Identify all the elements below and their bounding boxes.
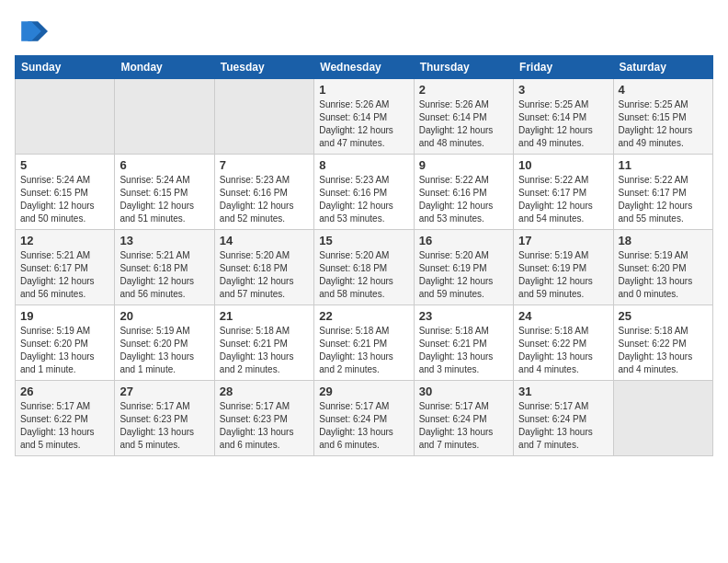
calendar-cell: 1Sunrise: 5:26 AM Sunset: 6:14 PM Daylig…	[314, 79, 414, 155]
calendar-cell: 27Sunrise: 5:17 AM Sunset: 6:23 PM Dayli…	[115, 381, 214, 456]
calendar-cell: 31Sunrise: 5:17 AM Sunset: 6:24 PM Dayli…	[514, 381, 613, 456]
day-number: 16	[419, 234, 508, 247]
calendar-cell: 6Sunrise: 5:24 AM Sunset: 6:15 PM Daylig…	[115, 155, 214, 230]
calendar-cell: 29Sunrise: 5:17 AM Sunset: 6:24 PM Dayli…	[314, 381, 414, 456]
day-number: 1	[319, 83, 408, 97]
calendar-week-row: 12Sunrise: 5:21 AM Sunset: 6:17 PM Dayli…	[16, 230, 713, 305]
calendar-cell: 3Sunrise: 5:25 AM Sunset: 6:14 PM Daylig…	[514, 79, 613, 155]
calendar-cell: 22Sunrise: 5:18 AM Sunset: 6:21 PM Dayli…	[314, 305, 414, 381]
day-number: 9	[419, 158, 508, 172]
day-info: Sunrise: 5:19 AM Sunset: 6:20 PM Dayligh…	[20, 325, 109, 376]
day-info: Sunrise: 5:24 AM Sunset: 6:15 PM Dayligh…	[20, 174, 109, 225]
day-info: Sunrise: 5:17 AM Sunset: 6:24 PM Dayligh…	[319, 400, 408, 452]
day-number: 24	[518, 309, 608, 323]
weekday-header-thursday: Thursday	[414, 56, 513, 79]
day-number: 5	[20, 158, 109, 172]
weekday-header-friday: Friday	[514, 56, 613, 79]
day-info: Sunrise: 5:18 AM Sunset: 6:22 PM Dayligh…	[518, 325, 608, 376]
day-info: Sunrise: 5:25 AM Sunset: 6:14 PM Dayligh…	[518, 98, 608, 150]
day-number: 4	[619, 83, 708, 97]
day-info: Sunrise: 5:26 AM Sunset: 6:14 PM Dayligh…	[419, 98, 508, 150]
day-number: 20	[119, 309, 209, 323]
day-info: Sunrise: 5:17 AM Sunset: 6:23 PM Dayligh…	[119, 400, 209, 452]
calendar-cell	[214, 79, 313, 155]
day-number: 7	[220, 158, 309, 172]
day-number: 18	[619, 234, 708, 247]
calendar-cell: 7Sunrise: 5:23 AM Sunset: 6:16 PM Daylig…	[214, 155, 313, 230]
logo	[15, 15, 51, 48]
day-info: Sunrise: 5:19 AM Sunset: 6:19 PM Dayligh…	[518, 249, 608, 301]
weekday-header-row: SundayMondayTuesdayWednesdayThursdayFrid…	[16, 56, 713, 79]
day-info: Sunrise: 5:23 AM Sunset: 6:16 PM Dayligh…	[220, 174, 309, 225]
calendar-cell: 13Sunrise: 5:21 AM Sunset: 6:18 PM Dayli…	[115, 230, 214, 305]
day-info: Sunrise: 5:20 AM Sunset: 6:18 PM Dayligh…	[220, 249, 309, 301]
calendar-week-row: 1Sunrise: 5:26 AM Sunset: 6:14 PM Daylig…	[16, 79, 713, 155]
day-number: 26	[20, 385, 109, 398]
calendar-cell: 26Sunrise: 5:17 AM Sunset: 6:22 PM Dayli…	[16, 381, 115, 456]
calendar-table: SundayMondayTuesdayWednesdayThursdayFrid…	[15, 55, 713, 456]
day-number: 15	[319, 234, 408, 247]
day-info: Sunrise: 5:19 AM Sunset: 6:20 PM Dayligh…	[619, 249, 708, 301]
calendar-cell: 9Sunrise: 5:22 AM Sunset: 6:16 PM Daylig…	[414, 155, 513, 230]
day-info: Sunrise: 5:20 AM Sunset: 6:19 PM Dayligh…	[419, 249, 508, 301]
logo-icon	[15, 15, 48, 48]
day-number: 30	[419, 385, 508, 398]
day-info: Sunrise: 5:22 AM Sunset: 6:16 PM Dayligh…	[419, 174, 508, 225]
day-info: Sunrise: 5:26 AM Sunset: 6:14 PM Dayligh…	[319, 98, 408, 150]
calendar-cell: 18Sunrise: 5:19 AM Sunset: 6:20 PM Dayli…	[613, 230, 712, 305]
day-info: Sunrise: 5:21 AM Sunset: 6:18 PM Dayligh…	[119, 249, 209, 301]
calendar-cell	[613, 381, 712, 456]
day-info: Sunrise: 5:19 AM Sunset: 6:20 PM Dayligh…	[119, 325, 209, 376]
day-info: Sunrise: 5:17 AM Sunset: 6:24 PM Dayligh…	[518, 400, 608, 452]
day-info: Sunrise: 5:25 AM Sunset: 6:15 PM Dayligh…	[619, 98, 708, 150]
calendar-week-row: 19Sunrise: 5:19 AM Sunset: 6:20 PM Dayli…	[16, 305, 713, 381]
calendar-cell	[115, 79, 214, 155]
day-info: Sunrise: 5:17 AM Sunset: 6:24 PM Dayligh…	[419, 400, 508, 452]
calendar-cell: 2Sunrise: 5:26 AM Sunset: 6:14 PM Daylig…	[414, 79, 513, 155]
calendar-cell: 21Sunrise: 5:18 AM Sunset: 6:21 PM Dayli…	[214, 305, 313, 381]
day-number: 12	[20, 234, 109, 247]
calendar-week-row: 5Sunrise: 5:24 AM Sunset: 6:15 PM Daylig…	[16, 155, 713, 230]
day-info: Sunrise: 5:17 AM Sunset: 6:22 PM Dayligh…	[20, 400, 109, 452]
day-number: 19	[20, 309, 109, 323]
calendar-cell: 25Sunrise: 5:18 AM Sunset: 6:22 PM Dayli…	[613, 305, 712, 381]
day-number: 31	[518, 385, 608, 398]
day-info: Sunrise: 5:18 AM Sunset: 6:21 PM Dayligh…	[319, 325, 408, 376]
day-info: Sunrise: 5:21 AM Sunset: 6:17 PM Dayligh…	[20, 249, 109, 301]
day-number: 10	[518, 158, 608, 172]
day-number: 25	[619, 309, 708, 323]
day-info: Sunrise: 5:17 AM Sunset: 6:23 PM Dayligh…	[220, 400, 309, 452]
weekday-header-wednesday: Wednesday	[314, 56, 414, 79]
calendar-cell: 20Sunrise: 5:19 AM Sunset: 6:20 PM Dayli…	[115, 305, 214, 381]
calendar-cell: 28Sunrise: 5:17 AM Sunset: 6:23 PM Dayli…	[214, 381, 313, 456]
calendar-cell: 12Sunrise: 5:21 AM Sunset: 6:17 PM Dayli…	[16, 230, 115, 305]
day-number: 14	[220, 234, 309, 247]
day-number: 2	[419, 83, 508, 97]
calendar-cell: 30Sunrise: 5:17 AM Sunset: 6:24 PM Dayli…	[414, 381, 513, 456]
page-header	[15, 15, 713, 48]
calendar-cell	[16, 79, 115, 155]
calendar-cell: 19Sunrise: 5:19 AM Sunset: 6:20 PM Dayli…	[16, 305, 115, 381]
calendar-cell: 15Sunrise: 5:20 AM Sunset: 6:18 PM Dayli…	[314, 230, 414, 305]
calendar-week-row: 26Sunrise: 5:17 AM Sunset: 6:22 PM Dayli…	[16, 381, 713, 456]
day-info: Sunrise: 5:18 AM Sunset: 6:22 PM Dayligh…	[619, 325, 708, 376]
weekday-header-monday: Monday	[115, 56, 214, 79]
day-info: Sunrise: 5:22 AM Sunset: 6:17 PM Dayligh…	[518, 174, 608, 225]
day-info: Sunrise: 5:22 AM Sunset: 6:17 PM Dayligh…	[619, 174, 708, 225]
day-number: 27	[119, 385, 209, 398]
day-info: Sunrise: 5:20 AM Sunset: 6:18 PM Dayligh…	[319, 249, 408, 301]
day-info: Sunrise: 5:18 AM Sunset: 6:21 PM Dayligh…	[220, 325, 309, 376]
day-number: 28	[220, 385, 309, 398]
calendar-cell: 11Sunrise: 5:22 AM Sunset: 6:17 PM Dayli…	[613, 155, 712, 230]
calendar-cell: 17Sunrise: 5:19 AM Sunset: 6:19 PM Dayli…	[514, 230, 613, 305]
day-number: 22	[319, 309, 408, 323]
weekday-header-tuesday: Tuesday	[214, 56, 313, 79]
day-number: 8	[319, 158, 408, 172]
calendar-cell: 16Sunrise: 5:20 AM Sunset: 6:19 PM Dayli…	[414, 230, 513, 305]
calendar-cell: 5Sunrise: 5:24 AM Sunset: 6:15 PM Daylig…	[16, 155, 115, 230]
day-number: 17	[518, 234, 608, 247]
day-number: 21	[220, 309, 309, 323]
calendar-cell: 10Sunrise: 5:22 AM Sunset: 6:17 PM Dayli…	[514, 155, 613, 230]
day-number: 11	[619, 158, 708, 172]
day-number: 13	[119, 234, 209, 247]
